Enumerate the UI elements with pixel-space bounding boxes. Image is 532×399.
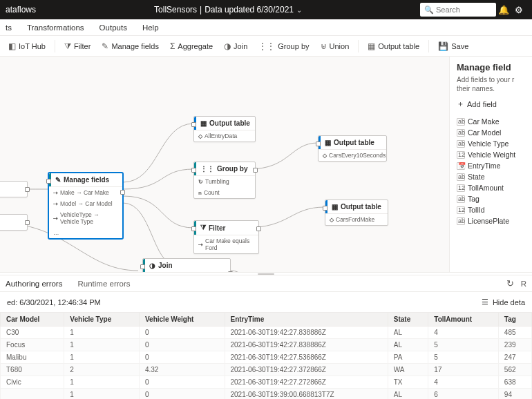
tool-group-by[interactable]: ⋮⋮Group by — [254, 39, 313, 53]
menu-transformations[interactable]: Transformations — [27, 23, 84, 32]
menu-inputs[interactable]: ts — [6, 23, 12, 32]
cell: 17 — [428, 364, 499, 376]
cell: 4.32 — [139, 364, 225, 376]
tool-union[interactable]: ⊎Union — [316, 39, 354, 53]
table-row[interactable]: Malibu102021-06-30T19:42:27.536866ZPA524… — [1, 351, 532, 364]
node-join[interactable]: ◑Join ↔Inner ⇢LicensePlate ↔ LicensePlat… — [142, 258, 231, 272]
results-table-wrap[interactable]: Car ModelVehicle TypeVehicle WeightEntry… — [0, 312, 532, 399]
search-box[interactable]: 🔍 — [420, 3, 496, 17]
hide-details-button[interactable]: ☰ Hide deta — [482, 298, 525, 306]
cell: 5 — [428, 339, 499, 351]
column-header[interactable]: Vehicle Weight — [139, 313, 225, 327]
tab-runtime-errors[interactable]: Runtime errors — [77, 280, 130, 288]
port-in[interactable] — [323, 206, 327, 211]
menu-outputs[interactable]: Outputs — [99, 23, 127, 32]
column-header[interactable]: State — [388, 313, 428, 327]
tool-iot-hub[interactable]: ◧IoT Hub — [4, 39, 50, 53]
field-item[interactable]: abCar Make — [457, 116, 528, 127]
node-output-allentry[interactable]: ▦Output table ◇AllEntryData — [193, 116, 256, 142]
node-output-ford[interactable]: ▦Output table ◇CarsFordMake — [325, 200, 388, 226]
output-table-icon: ▦ — [325, 139, 331, 146]
field-item[interactable]: abState — [457, 171, 528, 182]
table-row[interactable]: Focus102021-06-30T19:42:27.838886ZAL5239 — [1, 339, 532, 351]
port-out[interactable] — [256, 226, 261, 231]
port-in[interactable] — [140, 264, 145, 269]
add-field-button[interactable]: ＋Add field — [457, 99, 528, 109]
column-header[interactable]: EntryTime — [225, 313, 388, 327]
field-item[interactable]: 📅EntryTime — [457, 160, 528, 171]
node-output-cars10[interactable]: ▦Output table ◇CarsEvery10Seconds — [318, 135, 387, 162]
column-header[interactable]: TollAmount — [428, 313, 499, 327]
results-meta: ed: 6/30/2021, 12:46:34 PM ☰ Hide deta — [0, 292, 532, 312]
tool-manage-fields[interactable]: ✎Manage fields — [97, 39, 163, 53]
port-out[interactable] — [253, 168, 258, 173]
field-item[interactable]: 12TollId — [457, 204, 528, 215]
field-type-icon: 12 — [457, 151, 465, 159]
field-item[interactable]: abTag — [457, 193, 528, 204]
tool-output-table[interactable]: ▦Output table — [363, 39, 424, 53]
field-item[interactable]: abLicensePlate — [457, 215, 528, 226]
node-manage-fields[interactable]: ✎Manage fields ⇢Make → Car Make ⇢Model →… — [48, 173, 123, 239]
table-row[interactable]: 102021-06-30T19:39:00.668813T7ZAL694 — [1, 389, 532, 400]
port-out[interactable] — [25, 187, 30, 192]
port-in[interactable] — [46, 179, 51, 184]
gear-icon[interactable]: ⚙ — [511, 5, 526, 15]
project-title[interactable]: TollSensors | Data updated 6/30/2021 ⌄ — [36, 5, 420, 14]
table-row[interactable]: T68024.322021-06-30T19:42:27.372866ZWA17… — [1, 364, 532, 376]
cell: 2021-06-30T19:39:00.668813T7Z — [225, 389, 388, 400]
column-header[interactable]: Car Model — [1, 313, 64, 327]
tool-aggregate[interactable]: ΣAggregate — [166, 39, 217, 53]
cell: 0 — [139, 376, 225, 389]
column-header[interactable]: Vehicle Type — [64, 313, 140, 327]
port-in[interactable] — [191, 168, 196, 173]
cell: 239 — [498, 339, 531, 351]
tab-authoring-errors[interactable]: Authoring errors — [6, 280, 62, 288]
cell: 2021-06-30T19:42:27.536866Z — [225, 351, 388, 364]
cell: Civic — [1, 376, 64, 389]
work-area: ✎Manage fields ⇢Make → Car Make ⇢Model →… — [0, 57, 532, 272]
tool-filter[interactable]: ⧩Filter — [60, 39, 95, 53]
join-icon: ◑ — [149, 262, 155, 269]
search-input[interactable] — [436, 6, 491, 14]
cell: 1 — [64, 376, 140, 389]
vertical-split-handle[interactable] — [0, 272, 532, 275]
field-type-icon: ab — [457, 118, 465, 126]
field-item[interactable]: 12TollAmount — [457, 182, 528, 193]
node-input-stub-2[interactable] — [0, 214, 28, 231]
cell: AL — [388, 327, 428, 339]
tool-join[interactable]: ◑Join — [220, 39, 251, 53]
bell-icon[interactable]: 🔔 — [496, 5, 511, 15]
node-filter[interactable]: ⧩Filter ⇢Car Make equals Ford — [193, 220, 259, 254]
node-group-by[interactable]: ⋮⋮Group by ↻Tumbling nCount — [193, 162, 256, 199]
node-input-stub[interactable] — [0, 181, 28, 197]
field-item[interactable]: 12Vehicle Weight — [457, 149, 528, 160]
separator — [55, 40, 55, 52]
table-row[interactable]: Civic102021-06-30T19:42:27.272866ZTX4638 — [1, 376, 532, 389]
field-item[interactable]: abVehicle Type — [457, 138, 528, 149]
table-row[interactable]: C30102021-06-30T19:42:27.838886ZAL4485 — [1, 327, 532, 339]
cell: 485 — [498, 327, 531, 339]
field-type-icon: 12 — [457, 184, 465, 192]
separator — [358, 40, 359, 52]
port-in[interactable] — [191, 226, 196, 231]
port-out[interactable] — [25, 220, 30, 225]
filter-icon: ⧩ — [64, 41, 71, 51]
port-out[interactable] — [120, 190, 125, 195]
output-table-icon: ▦ — [200, 119, 207, 127]
field-item[interactable]: abCar Model — [457, 127, 528, 138]
field-type-icon: ab — [457, 217, 465, 225]
field-name: Vehicle Type — [468, 139, 509, 148]
field-name: Vehicle Weight — [468, 150, 515, 159]
port-in[interactable] — [316, 142, 321, 146]
refresh-icon[interactable]: ↻ — [506, 278, 514, 289]
tool-save[interactable]: 💾Save — [434, 39, 473, 53]
side-panel-manage-fields: Manage field Add fields to your r their … — [449, 57, 532, 272]
field-name: Tag — [468, 195, 479, 203]
menu-help[interactable]: Help — [142, 23, 159, 32]
port-in[interactable] — [191, 122, 196, 127]
diagram-canvas[interactable]: ✎Manage fields ⇢Make → Car Make ⇢Model →… — [0, 57, 449, 272]
field-type-icon: ab — [457, 173, 465, 181]
column-header[interactable]: Tag — [498, 313, 531, 327]
results-panel: Authoring errors Runtime errors ↻ R ed: … — [0, 275, 532, 399]
app-name: ataflows — [6, 5, 36, 14]
